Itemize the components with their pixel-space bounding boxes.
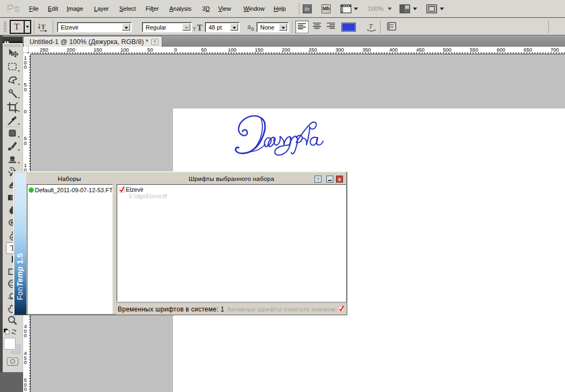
svg-text:400: 400 — [389, 47, 398, 53]
svg-text:300: 300 — [335, 47, 344, 53]
svg-text:450: 450 — [416, 47, 425, 53]
svg-text:50: 50 — [201, 47, 207, 53]
svg-text:150: 150 — [255, 47, 263, 53]
svg-text:200: 200 — [67, 47, 75, 53]
svg-text:650: 650 — [524, 47, 532, 53]
svg-text:0: 0 — [24, 64, 26, 70]
svg-text:600: 600 — [497, 47, 505, 53]
svg-text:0: 0 — [24, 386, 26, 392]
svg-text:т: т — [193, 25, 196, 32]
svg-text:500: 500 — [443, 47, 452, 53]
svg-text:100: 100 — [228, 47, 237, 53]
svg-text:150: 150 — [94, 47, 102, 53]
svg-text:0: 0 — [24, 332, 26, 338]
svg-text:T: T — [197, 23, 203, 32]
svg-text:0: 0 — [24, 86, 26, 92]
svg-text:T: T — [41, 23, 46, 31]
svg-text:250: 250 — [309, 47, 317, 53]
svg-text:550: 550 — [470, 47, 478, 53]
svg-text:0: 0 — [24, 108, 26, 114]
svg-text:0: 0 — [24, 359, 26, 365]
svg-text:200: 200 — [282, 47, 290, 53]
svg-text:700: 700 — [550, 47, 559, 53]
svg-text:a: a — [247, 23, 251, 31]
svg-text:T: T — [369, 22, 373, 30]
svg-text:250: 250 — [40, 47, 48, 53]
svg-text:0: 0 — [174, 47, 177, 53]
svg-text:50: 50 — [147, 47, 153, 53]
svg-text:350: 350 — [362, 47, 371, 53]
svg-text:a: a — [251, 26, 254, 32]
svg-text:100: 100 — [120, 47, 129, 53]
svg-text:0: 0 — [24, 140, 26, 146]
